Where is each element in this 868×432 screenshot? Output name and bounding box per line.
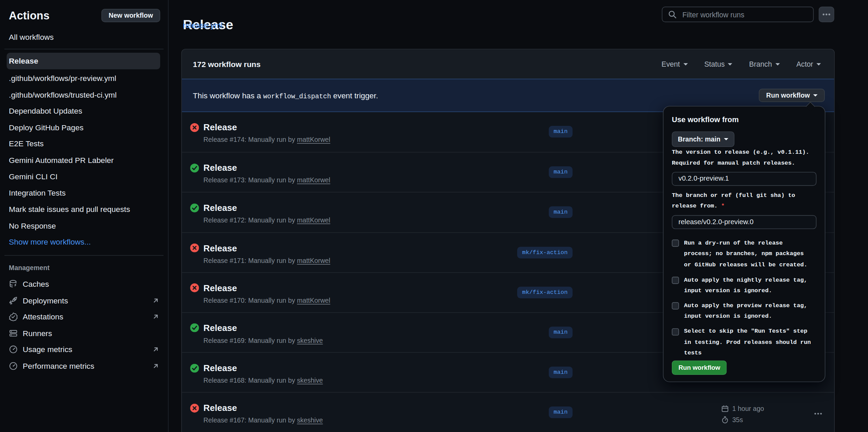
sidebar-workflow-item[interactable]: No Response: [0, 218, 168, 234]
branch-badge[interactable]: main: [549, 126, 573, 137]
management-item-performance-metrics[interactable]: Performance metrics: [0, 358, 168, 374]
sidebar-workflow-item[interactable]: .github/workflows/trusted-ci.yml: [0, 87, 168, 103]
branch-badge[interactable]: main: [549, 327, 573, 338]
run-actor-link[interactable]: mattKorwel: [297, 256, 330, 264]
success-status-icon: [190, 323, 199, 332]
management-item-label: Caches: [23, 280, 49, 288]
sidebar-workflow-item[interactable]: E2E Tests: [0, 136, 168, 152]
dispatch-input-group: Run a dry-run of the release process; no…: [672, 238, 817, 270]
run-title-link[interactable]: Release: [203, 402, 237, 414]
sidebar-workflow-item[interactable]: Mark stale issues and pull requests: [0, 201, 168, 218]
popover-checkbox-list: Run a dry-run of the release process; no…: [672, 238, 817, 359]
run-title-link[interactable]: Release: [203, 362, 237, 374]
run-workflow-popover: Use workflow from Branch: main The versi…: [663, 106, 826, 382]
checkbox[interactable]: [672, 302, 679, 310]
sidebar-divider: [4, 49, 164, 49]
branch-badge[interactable]: main: [549, 166, 573, 178]
dispatch-input-group: Auto apply the nightly release tag, inpu…: [672, 275, 817, 297]
run-description: Release #173: Manually run by mattKorwel: [203, 177, 330, 185]
run-description: Release #169: Manually run by skeshive: [203, 336, 323, 345]
external-link-icon: [151, 312, 160, 321]
run-description: Release #168: Manually run by skeshive: [203, 377, 323, 385]
chevron-down-icon: [813, 94, 818, 99]
dispatch-input-group: Select to skip the "Run Tests" step in t…: [672, 326, 817, 359]
management-item-deployments[interactable]: Deployments: [0, 292, 168, 309]
failed-status-icon: [190, 404, 199, 413]
run-description: Release #167: Manually run by skeshive: [203, 417, 323, 425]
workflow-run-row[interactable]: ReleaseRelease #167: Manually run by ske…: [182, 392, 834, 432]
ref-input[interactable]: [672, 215, 817, 229]
run-title-link[interactable]: Release: [203, 121, 237, 133]
run-actor-link[interactable]: skeshive: [297, 417, 323, 425]
filter-dropdown-branch[interactable]: Branch: [749, 60, 780, 68]
filter-dropdown-actor[interactable]: Actor: [796, 60, 821, 68]
branch-badge[interactable]: main: [549, 407, 573, 418]
run-actor-link[interactable]: skeshive: [297, 336, 323, 344]
verified-icon: [9, 312, 18, 321]
management-list: CachesDeploymentsAttestationsRunnersUsag…: [0, 276, 168, 374]
sidebar-item-all-workflows[interactable]: All workflows: [9, 30, 159, 44]
run-workflow-submit-button[interactable]: Run workflow: [672, 360, 727, 375]
run-title-link[interactable]: Release: [203, 322, 237, 334]
branch-badge[interactable]: main: [549, 367, 573, 378]
checkbox-label: Auto apply the nightly release tag, inpu…: [684, 275, 814, 297]
checkbox[interactable]: [672, 240, 679, 247]
branch-badge[interactable]: mk/fix-action: [517, 286, 573, 298]
run-actor-link[interactable]: mattKorwel: [297, 297, 330, 304]
version-input-label: The version to release (e.g., v0.1.11). …: [672, 147, 817, 169]
run-title-link[interactable]: Release: [203, 162, 237, 173]
sidebar-workflow-item-selected[interactable]: Release: [7, 53, 160, 69]
branch-select-button[interactable]: Branch: main: [672, 131, 734, 147]
workflow-file-link[interactable]: release.yml: [183, 20, 223, 29]
version-input[interactable]: [672, 172, 817, 186]
filter-dropdown-status[interactable]: Status: [704, 60, 732, 68]
server-icon: [9, 329, 18, 337]
actions-page: Actions New workflow All workflows Relea…: [0, 0, 868, 432]
management-item-caches[interactable]: Caches: [0, 276, 168, 292]
management-header: Management: [9, 262, 168, 273]
run-workflow-dropdown-button[interactable]: Run workflow: [759, 89, 824, 102]
run-kebab-menu[interactable]: [814, 410, 823, 418]
filter-workflow-runs-input[interactable]: [681, 10, 808, 19]
show-more-workflows-link[interactable]: Show more workflows...: [0, 234, 168, 250]
run-actor-link[interactable]: mattKorwel: [297, 216, 330, 224]
new-workflow-button[interactable]: New workflow: [101, 9, 160, 22]
branch-badge[interactable]: main: [549, 206, 573, 218]
workflow-nav-list: Release.github/workflows/pr-review.yml.g…: [0, 53, 168, 250]
workflow-options-kebab-button[interactable]: [819, 7, 834, 22]
cache-icon: [9, 280, 18, 288]
run-title-link[interactable]: Release: [203, 242, 237, 254]
management-item-label: Deployments: [23, 296, 68, 305]
management-item-runners[interactable]: Runners: [0, 325, 168, 341]
sidebar-title: Actions: [9, 8, 50, 23]
management-item-usage-metrics[interactable]: Usage metrics: [0, 341, 168, 358]
chevron-down-icon: [728, 63, 732, 67]
stopwatch-icon: [721, 416, 729, 423]
required-asterisk: *: [721, 203, 725, 210]
run-actor-link[interactable]: mattKorwel: [297, 136, 330, 144]
sidebar-workflow-item[interactable]: .github/workflows/pr-review.yml: [0, 70, 168, 87]
checkbox[interactable]: [672, 328, 679, 335]
run-actor-link[interactable]: mattKorwel: [297, 177, 330, 184]
filter-dropdown-event[interactable]: Event: [662, 60, 688, 68]
success-status-icon: [190, 163, 199, 172]
sidebar-workflow-item[interactable]: Integration Tests: [0, 185, 168, 201]
meter-icon: [9, 345, 18, 354]
checkbox-label: Auto apply the preview release tag, inpu…: [684, 300, 814, 322]
run-duration: 35s: [721, 414, 764, 425]
sidebar-workflow-item[interactable]: Dependabot Updates: [0, 103, 168, 119]
chevron-down-icon: [816, 63, 821, 67]
sidebar-workflow-item[interactable]: Deploy GitHub Pages: [0, 119, 168, 136]
ref-input-label: The branch or ref (full git sha) to rele…: [672, 190, 817, 212]
run-title-link[interactable]: Release: [203, 202, 237, 214]
sidebar-workflow-item[interactable]: Gemini CLI CI: [0, 169, 168, 185]
run-title-link[interactable]: Release: [203, 282, 237, 294]
run-actor-link[interactable]: skeshive: [297, 377, 323, 384]
checkbox[interactable]: [672, 277, 679, 284]
management-item-attestations[interactable]: Attestations: [0, 309, 168, 325]
failed-status-icon: [190, 244, 199, 252]
branch-badge[interactable]: mk/fix-action: [517, 247, 573, 258]
failed-status-icon: [190, 283, 199, 292]
checkbox-label: Select to skip the "Run Tests" step in t…: [684, 326, 814, 359]
sidebar-workflow-item[interactable]: Gemini Automated PR Labeler: [0, 152, 168, 169]
